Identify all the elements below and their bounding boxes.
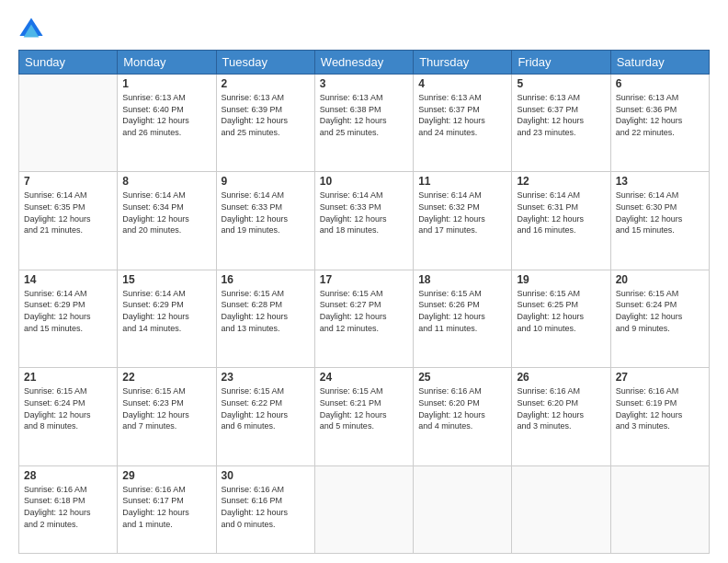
calendar-cell: 2Sunrise: 6:13 AM Sunset: 6:39 PM Daylig… (216, 75, 314, 172)
day-number: 29 (122, 469, 210, 482)
calendar-cell: 19Sunrise: 6:15 AM Sunset: 6:25 PM Dayli… (512, 270, 610, 367)
calendar-cell: 5Sunrise: 6:13 AM Sunset: 6:37 PM Daylig… (512, 75, 610, 172)
calendar-cell (19, 75, 118, 172)
calendar-cell: 9Sunrise: 6:14 AM Sunset: 6:33 PM Daylig… (216, 172, 314, 270)
day-number: 8 (122, 175, 210, 188)
day-number: 12 (517, 175, 605, 188)
day-number: 26 (517, 371, 605, 384)
logo (18, 17, 48, 42)
week-row-2: 14Sunrise: 6:14 AM Sunset: 6:29 PM Dayli… (19, 270, 710, 367)
day-info: Sunrise: 6:16 AM Sunset: 6:17 PM Dayligh… (122, 484, 210, 530)
day-number: 20 (616, 273, 704, 286)
day-info: Sunrise: 6:15 AM Sunset: 6:21 PM Dayligh… (320, 385, 408, 431)
calendar-cell: 21Sunrise: 6:15 AM Sunset: 6:24 PM Dayli… (19, 368, 118, 465)
day-number: 2 (222, 77, 310, 90)
day-number: 1 (122, 77, 210, 90)
day-info: Sunrise: 6:16 AM Sunset: 6:18 PM Dayligh… (24, 484, 112, 530)
day-info: Sunrise: 6:13 AM Sunset: 6:40 PM Dayligh… (122, 92, 210, 138)
calendar-cell: 15Sunrise: 6:14 AM Sunset: 6:29 PM Dayli… (118, 270, 216, 367)
day-info: Sunrise: 6:13 AM Sunset: 6:38 PM Dayligh… (320, 92, 408, 138)
day-number: 28 (24, 469, 112, 482)
day-number: 10 (320, 175, 408, 188)
day-info: Sunrise: 6:15 AM Sunset: 6:27 PM Dayligh… (320, 288, 408, 334)
week-row-4: 28Sunrise: 6:16 AM Sunset: 6:18 PM Dayli… (19, 465, 710, 553)
weekday-header-saturday: Saturday (610, 51, 709, 75)
day-number: 22 (122, 371, 210, 384)
weekday-header-thursday: Thursday (414, 51, 512, 75)
calendar-cell: 1Sunrise: 6:13 AM Sunset: 6:40 PM Daylig… (118, 75, 216, 172)
weekday-header-monday: Monday (118, 51, 216, 75)
weekday-header-wednesday: Wednesday (314, 51, 413, 75)
calendar-cell: 13Sunrise: 6:14 AM Sunset: 6:30 PM Dayli… (610, 172, 709, 270)
calendar-cell: 12Sunrise: 6:14 AM Sunset: 6:31 PM Dayli… (512, 172, 610, 270)
week-row-3: 21Sunrise: 6:15 AM Sunset: 6:24 PM Dayli… (19, 368, 710, 465)
day-number: 9 (222, 175, 310, 188)
calendar-cell (314, 465, 413, 553)
calendar-table: SundayMondayTuesdayWednesdayThursdayFrid… (18, 50, 710, 554)
calendar-cell: 3Sunrise: 6:13 AM Sunset: 6:38 PM Daylig… (314, 75, 413, 172)
calendar-cell: 18Sunrise: 6:15 AM Sunset: 6:26 PM Dayli… (414, 270, 512, 367)
day-info: Sunrise: 6:13 AM Sunset: 6:39 PM Dayligh… (222, 92, 310, 138)
page: SundayMondayTuesdayWednesdayThursdayFrid… (0, 0, 728, 563)
day-number: 21 (24, 371, 112, 384)
calendar-cell: 14Sunrise: 6:14 AM Sunset: 6:29 PM Dayli… (19, 270, 118, 367)
day-number: 6 (616, 77, 704, 90)
day-number: 16 (222, 273, 310, 286)
day-info: Sunrise: 6:14 AM Sunset: 6:30 PM Dayligh… (616, 190, 704, 236)
calendar-cell: 20Sunrise: 6:15 AM Sunset: 6:24 PM Dayli… (610, 270, 709, 367)
day-info: Sunrise: 6:14 AM Sunset: 6:33 PM Dayligh… (320, 190, 408, 236)
day-info: Sunrise: 6:15 AM Sunset: 6:22 PM Dayligh… (222, 385, 310, 431)
day-number: 11 (418, 175, 506, 188)
calendar-cell: 7Sunrise: 6:14 AM Sunset: 6:35 PM Daylig… (19, 172, 118, 270)
day-info: Sunrise: 6:16 AM Sunset: 6:20 PM Dayligh… (517, 385, 605, 431)
day-number: 5 (517, 77, 605, 90)
day-number: 30 (222, 469, 310, 482)
day-info: Sunrise: 6:15 AM Sunset: 6:24 PM Dayligh… (24, 385, 112, 431)
calendar-cell: 22Sunrise: 6:15 AM Sunset: 6:23 PM Dayli… (118, 368, 216, 465)
day-info: Sunrise: 6:14 AM Sunset: 6:31 PM Dayligh… (517, 190, 605, 236)
weekday-header-row: SundayMondayTuesdayWednesdayThursdayFrid… (19, 51, 710, 75)
day-info: Sunrise: 6:14 AM Sunset: 6:34 PM Dayligh… (122, 190, 210, 236)
day-info: Sunrise: 6:14 AM Sunset: 6:29 PM Dayligh… (122, 288, 210, 334)
day-number: 24 (320, 371, 408, 384)
day-number: 4 (418, 77, 506, 90)
day-info: Sunrise: 6:15 AM Sunset: 6:23 PM Dayligh… (122, 385, 210, 431)
day-info: Sunrise: 6:13 AM Sunset: 6:36 PM Dayligh… (616, 92, 704, 138)
day-info: Sunrise: 6:13 AM Sunset: 6:37 PM Dayligh… (517, 92, 605, 138)
calendar-cell: 4Sunrise: 6:13 AM Sunset: 6:37 PM Daylig… (414, 75, 512, 172)
week-row-1: 7Sunrise: 6:14 AM Sunset: 6:35 PM Daylig… (19, 172, 710, 270)
day-info: Sunrise: 6:15 AM Sunset: 6:24 PM Dayligh… (616, 288, 704, 334)
weekday-header-sunday: Sunday (19, 51, 118, 75)
calendar-cell (414, 465, 512, 553)
day-number: 18 (418, 273, 506, 286)
calendar-cell: 29Sunrise: 6:16 AM Sunset: 6:17 PM Dayli… (118, 465, 216, 553)
calendar-cell (512, 465, 610, 553)
day-number: 23 (222, 371, 310, 384)
calendar-cell (610, 465, 709, 553)
weekday-header-tuesday: Tuesday (216, 51, 314, 75)
calendar-cell: 27Sunrise: 6:16 AM Sunset: 6:19 PM Dayli… (610, 368, 709, 465)
day-info: Sunrise: 6:15 AM Sunset: 6:28 PM Dayligh… (222, 288, 310, 334)
weekday-header-friday: Friday (512, 51, 610, 75)
calendar-cell: 25Sunrise: 6:16 AM Sunset: 6:20 PM Dayli… (414, 368, 512, 465)
day-info: Sunrise: 6:14 AM Sunset: 6:29 PM Dayligh… (24, 288, 112, 334)
day-info: Sunrise: 6:15 AM Sunset: 6:26 PM Dayligh… (418, 288, 506, 334)
calendar-cell: 8Sunrise: 6:14 AM Sunset: 6:34 PM Daylig… (118, 172, 216, 270)
calendar-cell: 17Sunrise: 6:15 AM Sunset: 6:27 PM Dayli… (314, 270, 413, 367)
day-number: 14 (24, 273, 112, 286)
day-info: Sunrise: 6:16 AM Sunset: 6:20 PM Dayligh… (418, 385, 506, 431)
day-info: Sunrise: 6:14 AM Sunset: 6:32 PM Dayligh… (418, 190, 506, 236)
day-info: Sunrise: 6:13 AM Sunset: 6:37 PM Dayligh… (418, 92, 506, 138)
calendar-cell: 10Sunrise: 6:14 AM Sunset: 6:33 PM Dayli… (314, 172, 413, 270)
calendar-cell: 23Sunrise: 6:15 AM Sunset: 6:22 PM Dayli… (216, 368, 314, 465)
calendar-cell: 11Sunrise: 6:14 AM Sunset: 6:32 PM Dayli… (414, 172, 512, 270)
calendar-cell: 30Sunrise: 6:16 AM Sunset: 6:16 PM Dayli… (216, 465, 314, 553)
day-info: Sunrise: 6:16 AM Sunset: 6:16 PM Dayligh… (222, 484, 310, 530)
day-number: 27 (616, 371, 704, 384)
calendar-cell: 28Sunrise: 6:16 AM Sunset: 6:18 PM Dayli… (19, 465, 118, 553)
day-number: 7 (24, 175, 112, 188)
day-info: Sunrise: 6:15 AM Sunset: 6:25 PM Dayligh… (517, 288, 605, 334)
day-info: Sunrise: 6:16 AM Sunset: 6:19 PM Dayligh… (616, 385, 704, 431)
calendar-cell: 24Sunrise: 6:15 AM Sunset: 6:21 PM Dayli… (314, 368, 413, 465)
logo-icon (18, 17, 44, 42)
